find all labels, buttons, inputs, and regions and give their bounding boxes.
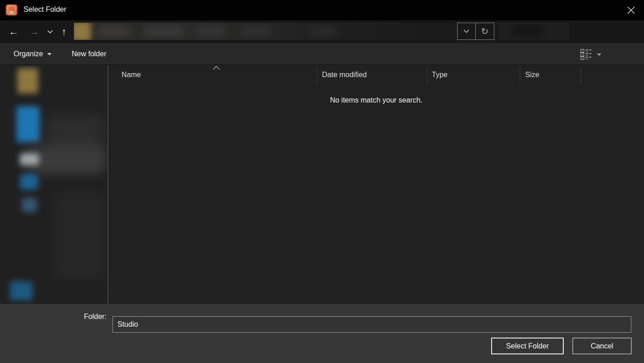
select-folder-button[interactable]: Select Folder [491, 338, 564, 354]
new-folder-button[interactable]: New folder [72, 43, 106, 65]
close-button[interactable] [618, 0, 644, 20]
blurred-search-text [512, 26, 543, 36]
refresh-button[interactable]: ↻ [476, 23, 494, 39]
recent-locations-button[interactable] [44, 20, 55, 43]
column-divider[interactable] [427, 68, 427, 84]
app-logo-frame: ω [8, 6, 15, 14]
address-bar[interactable] [74, 23, 457, 40]
empty-results-message: No items match your search. [108, 96, 644, 104]
refresh-icon: ↻ [481, 27, 489, 36]
content-area: Name Date modified Type Size No items ma… [0, 65, 644, 304]
column-header-name[interactable]: Name [122, 71, 141, 79]
blurred-breadcrumb-segment [241, 26, 271, 36]
blurred-breadcrumb-folder-icon [74, 23, 91, 40]
blurred-tree-item [20, 153, 39, 165]
command-toolbar: Organize New folder [0, 43, 644, 65]
navigation-bar: ← → ↑ ↻ [0, 20, 644, 43]
address-dropdown-button[interactable] [458, 23, 476, 39]
chevron-down-icon [47, 30, 53, 34]
address-bar-controls: ↻ [457, 23, 494, 40]
chevron-down-icon [463, 29, 469, 33]
column-header-type[interactable]: Type [432, 71, 448, 79]
close-icon [627, 6, 635, 14]
column-divider[interactable] [317, 68, 317, 84]
folder-label: Folder: [84, 313, 107, 321]
up-button[interactable]: ↑ [56, 20, 72, 43]
back-button[interactable]: ← [5, 20, 22, 43]
blurred-breadcrumb-segment [144, 26, 183, 37]
search-box[interactable] [498, 23, 570, 40]
up-arrow-icon: ↑ [62, 27, 67, 37]
blurred-tree-item [16, 106, 40, 142]
blurred-tree-item [17, 68, 38, 93]
organize-button[interactable]: Organize [14, 43, 52, 65]
file-list: Name Date modified Type Size No items ma… [108, 65, 644, 304]
folder-name-input[interactable] [112, 316, 631, 333]
column-header-date-modified[interactable]: Date modified [322, 71, 367, 79]
blurred-breadcrumb-segment [197, 26, 225, 36]
forward-button[interactable]: → [26, 20, 43, 43]
window-title: Select Folder [24, 5, 66, 14]
blurred-tree-item [10, 281, 33, 300]
details-view-icon [581, 49, 591, 60]
cancel-button[interactable]: Cancel [572, 338, 632, 354]
chevron-down-icon [47, 53, 52, 55]
blurred-tree-item [22, 198, 37, 212]
column-divider[interactable] [520, 68, 520, 84]
app-logo-icon: ω [6, 5, 17, 15]
column-header-size[interactable]: Size [525, 71, 539, 79]
sort-ascending-icon [213, 66, 220, 70]
back-arrow-icon: ← [9, 27, 19, 37]
organize-label: Organize [14, 50, 43, 58]
chevron-down-icon [597, 54, 601, 56]
navigation-pane[interactable] [0, 65, 107, 304]
blurred-breadcrumb-segment [310, 27, 337, 36]
change-view-button[interactable] [581, 49, 601, 60]
column-divider[interactable] [581, 68, 581, 84]
blurred-tree-item [54, 192, 104, 279]
blurred-breadcrumb-segment [98, 25, 129, 37]
select-folder-dialog: ω Select Folder ← → ↑ [0, 0, 644, 363]
blurred-tree-item [20, 174, 38, 190]
new-folder-label: New folder [72, 50, 106, 58]
title-bar: ω Select Folder [0, 0, 644, 20]
app-logo-glyph: ω [10, 9, 14, 14]
footer-bar: Folder: Select Folder Cancel [0, 304, 644, 363]
forward-arrow-icon: → [29, 27, 39, 37]
